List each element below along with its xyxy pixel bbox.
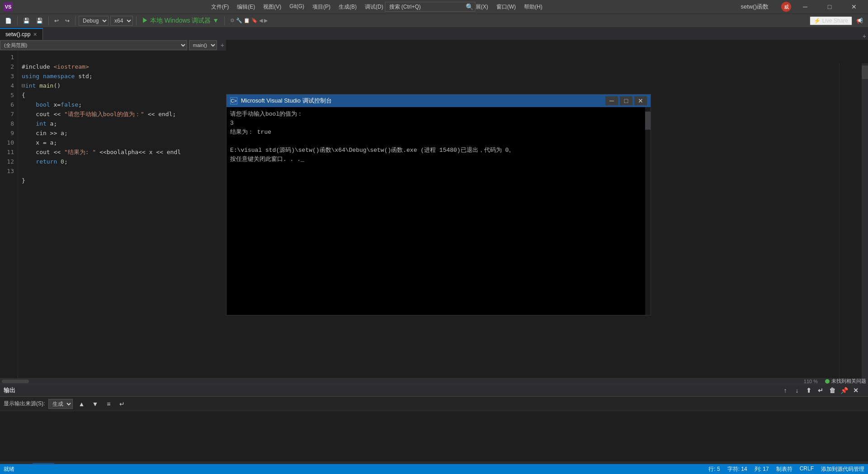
restore-button[interactable]: □ xyxy=(819,0,840,14)
console-close-btn[interactable]: ✕ xyxy=(634,96,647,105)
title-bar-right: setw()函数 威 ─ □ ✕ xyxy=(741,0,864,14)
panel-down-btn[interactable]: ↓ xyxy=(792,385,802,395)
tab-bar: setw().cpp ✕ + xyxy=(0,27,868,40)
add-watch-btn[interactable]: + xyxy=(219,42,226,49)
panel-icons: ↑ ↓ ⬆ ↵ 🗑 📌 ✕ xyxy=(780,385,864,395)
redo-btn[interactable]: ↪ xyxy=(63,17,72,25)
console-line-4 xyxy=(230,137,647,146)
menu-git[interactable]: Git(G) xyxy=(286,1,308,13)
add-source-btn[interactable]: 添加到源代码管理 xyxy=(821,465,864,473)
no-issues-indicator xyxy=(825,379,830,384)
output-content xyxy=(0,411,868,461)
console-title-left: C> Microsoft Visual Studio 调试控制台 xyxy=(230,97,332,105)
output-pin-btn2[interactable]: ↵ xyxy=(117,399,127,409)
output-header: 显示输出来源(S): 生成 ▲ ▼ ≡ ↵ xyxy=(0,397,868,411)
bottom-panel: 输出 ↑ ↓ ⬆ ↵ 🗑 📌 ✕ 显示输出来源(S): 生成 ▲ ▼ ≡ ↵ xyxy=(0,384,868,474)
title-bar-left: VS xyxy=(4,2,13,11)
code-content: 1 2 3 4 5 6 7 8 9 10 11 12 13 #include <… xyxy=(0,51,226,378)
console-minimize-btn[interactable]: ─ xyxy=(605,96,618,105)
console-line-1: 请您手动输入bool的值为： xyxy=(230,110,647,119)
search-icon: 🔍 xyxy=(466,3,473,10)
panel-close-btn[interactable]: ✕ xyxy=(851,385,861,395)
menu-edit[interactable]: 编辑(E) xyxy=(233,1,259,13)
editor-vscroll[interactable] xyxy=(862,63,868,378)
zoom-level: 110 % xyxy=(804,379,821,384)
panel-clear-btn[interactable]: 🗑 xyxy=(827,385,837,395)
editor-pane: (全局范围) main() + 1 2 3 4 5 6 7 8 9 xyxy=(0,40,226,378)
menu-view[interactable]: 视图(V) xyxy=(259,1,285,13)
platform-dropdown[interactable]: x64 xyxy=(110,16,133,26)
console-line-2: 3 xyxy=(230,119,647,128)
menu-build[interactable]: 生成(B) xyxy=(335,1,360,13)
save-all-btn[interactable]: 💾 xyxy=(34,17,45,25)
title-bar: VS 文件(F) 编辑(E) 视图(V) Git(G) 项目(P) 生成(B) … xyxy=(0,0,868,14)
console-window: C> Microsoft Visual Studio 调试控制台 ─ □ ✕ 请… xyxy=(226,94,651,315)
status-encoding: CRLF xyxy=(800,465,814,473)
output-scroll-up-btn[interactable]: ▲ xyxy=(76,399,86,409)
menu-bar: 文件(F) 编辑(E) 视图(V) Git(G) 项目(P) 生成(B) 调试(… xyxy=(208,1,546,13)
console-line-6: 按任意键关闭此窗口. . ._ xyxy=(230,155,647,164)
code-editor-content[interactable]: #include <iostream> using namespace std;… xyxy=(18,51,226,378)
new-file-btn[interactable]: 📄 xyxy=(3,17,14,25)
console-title-text: Microsoft Visual Studio 调试控制台 xyxy=(241,97,332,105)
run-button[interactable]: ▶ 本地 Windows 调试器 ▼ xyxy=(140,16,221,26)
save-btn[interactable]: 💾 xyxy=(21,17,32,25)
console-icon: C> xyxy=(230,97,237,104)
status-right: 行: 5 字符: 14 列: 17 制表符 CRLF 添加到源代码管理 xyxy=(708,465,864,473)
menu-file[interactable]: 文件(F) xyxy=(208,1,232,13)
toolbar-sep-2 xyxy=(48,16,49,25)
console-restore-btn[interactable]: □ xyxy=(620,96,632,105)
menu-project[interactable]: 项目(P) xyxy=(309,1,334,13)
panel-pin-btn[interactable]: 📌 xyxy=(839,385,849,395)
toolbar-more-btns: ⚙ 🔧 📋 🔖 ◀ ▶ xyxy=(228,17,270,24)
editor-hscroll-thumb[interactable] xyxy=(2,380,29,383)
panel-up-btn[interactable]: ↑ xyxy=(780,385,790,395)
middle-section: (全局范围) main() + 1 2 3 4 5 6 7 8 9 xyxy=(0,40,868,378)
toolbar-sep-1 xyxy=(17,16,18,25)
output-source-dropdown[interactable]: 生成 xyxy=(48,399,73,409)
status-char: 字符: 14 xyxy=(727,465,747,473)
console-title-bar: C> Microsoft Visual Studio 调试控制台 ─ □ ✕ xyxy=(226,94,651,107)
console-scroll-thumb[interactable] xyxy=(645,112,651,130)
console-line-3: 结果为： true xyxy=(230,128,647,137)
debug-config-dropdown[interactable]: Debug xyxy=(79,16,108,26)
panel-arrow-up-btn[interactable]: ⬆ xyxy=(804,385,814,395)
menu-window[interactable]: 窗口(W) xyxy=(493,1,519,13)
editor-vscroll-thumb[interactable] xyxy=(862,66,868,79)
close-button[interactable]: ✕ xyxy=(844,0,864,14)
output-panel-title: 输出 ↑ ↓ ⬆ ↵ 🗑 📌 ✕ xyxy=(0,384,868,397)
add-tab-btn[interactable]: + xyxy=(863,33,868,40)
console-line-5: E:\visual std(源码)\setw()函数\x64\Debug\set… xyxy=(230,146,647,155)
user-avatar: 威 xyxy=(781,2,791,12)
panel-wrap-btn[interactable]: ↵ xyxy=(816,385,826,395)
tab-filename: setw().cpp xyxy=(5,31,30,38)
live-share-button[interactable]: ⚡ Live Share xyxy=(810,16,852,25)
search-input[interactable] xyxy=(385,2,476,12)
title-center: setw()函数 xyxy=(741,3,769,11)
function-dropdown[interactable]: main() xyxy=(189,40,217,50)
menu-debug[interactable]: 调试(D) xyxy=(361,1,387,13)
line-numbers: 1 2 3 4 5 6 7 8 9 10 11 12 13 xyxy=(0,51,18,378)
toolbar-sep-4 xyxy=(136,16,137,25)
output-source-label: 显示输出来源(S): xyxy=(4,400,45,408)
scope-dropdown[interactable]: (全局范围) xyxy=(0,40,187,50)
menu-help[interactable]: 帮助(H) xyxy=(520,1,546,13)
toolbar-sep-5 xyxy=(224,16,225,25)
console-body[interactable]: 请您手动输入bool的值为： 3 结果为： true E:\visual std… xyxy=(226,107,651,315)
tab-close-icon[interactable]: ✕ xyxy=(33,32,37,38)
editor-hscroll[interactable]: 110 % 未找到相关问题 xyxy=(0,378,868,384)
minimap xyxy=(839,63,862,378)
feedback-btn[interactable]: 📢 xyxy=(854,17,865,25)
editor-header: (全局范围) main() + xyxy=(0,40,226,51)
vs-logo: VS xyxy=(4,2,13,11)
status-col: 列: 17 xyxy=(755,465,769,473)
tab-setw-cpp[interactable]: setw().cpp ✕ xyxy=(0,28,43,40)
app-window: VS 文件(F) 编辑(E) 视图(V) Git(G) 项目(P) 生成(B) … xyxy=(0,0,868,474)
console-scrollbar[interactable] xyxy=(645,107,651,315)
output-title-text: 输出 xyxy=(4,386,15,394)
undo-btn[interactable]: ↩ xyxy=(52,17,61,25)
toolbar-sep-3 xyxy=(75,16,75,25)
minimize-button[interactable]: ─ xyxy=(795,0,816,14)
output-wrap-btn2[interactable]: ≡ xyxy=(104,399,113,409)
output-scroll-down-btn[interactable]: ▼ xyxy=(90,399,100,409)
